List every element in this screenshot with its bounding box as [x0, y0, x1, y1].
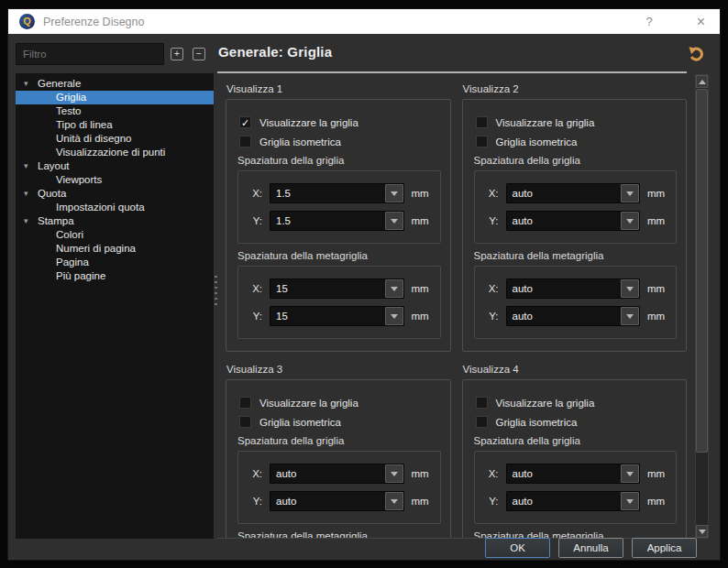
- sidebar-item-pi-pagine[interactable]: Più pagine: [16, 269, 214, 283]
- sidebar-item-numeri-di-pagina[interactable]: Numeri di pagina: [16, 242, 214, 256]
- checkbox-icon[interactable]: [239, 136, 251, 147]
- help-button[interactable]: ?: [645, 15, 652, 28]
- visualizza-panel: Visualizza 2 Visualizzare la griglia Gri…: [462, 83, 688, 352]
- grid-y-row: Y: auto mm: [483, 491, 668, 511]
- meta-y-combo[interactable]: 15: [270, 306, 404, 326]
- sidebar-item-impostazioni-quota[interactable]: Impostazioni quota: [16, 201, 214, 214]
- sidebar-item-unit-di-disegno[interactable]: Unità di disegno: [16, 132, 214, 146]
- grid-x-combo[interactable]: 1.5: [270, 183, 404, 203]
- isometric-checkbox-row[interactable]: Griglia isometrica: [239, 416, 441, 428]
- unit-label: mm: [647, 468, 667, 479]
- grid-y-combo[interactable]: auto: [270, 491, 404, 511]
- grid-spacing-label: Spaziatura della griglia: [237, 155, 441, 166]
- dropdown-arrow-icon[interactable]: [385, 307, 403, 325]
- grid-y-combo[interactable]: auto: [506, 211, 641, 231]
- scrollbar-up-icon[interactable]: [696, 75, 708, 88]
- sidebar-item-generale[interactable]: ▾ Generale: [16, 77, 214, 91]
- sidebar-item-colori[interactable]: Colori: [16, 228, 214, 242]
- sidebar-item-viewports[interactable]: Viewports: [16, 173, 214, 187]
- grid-x-combo[interactable]: auto: [506, 464, 641, 484]
- dropdown-arrow-icon[interactable]: [385, 464, 403, 483]
- checkbox-icon[interactable]: ✓: [239, 116, 251, 128]
- checkbox-icon[interactable]: [239, 416, 251, 428]
- expand-all-icon[interactable]: +: [171, 48, 183, 60]
- meta-x-combo[interactable]: auto: [506, 279, 641, 299]
- sidebar-item-griglia[interactable]: Griglia: [16, 91, 214, 104]
- sidebar-item-label: Colori: [56, 228, 83, 242]
- checkbox-icon[interactable]: [476, 116, 488, 128]
- dropdown-arrow-icon[interactable]: [385, 184, 403, 202]
- cancel-button[interactable]: Annulla: [558, 538, 623, 558]
- sidebar-item-tipo-di-linea[interactable]: Tipo di linea: [16, 118, 214, 132]
- sidebar-item-pagina[interactable]: Pagina: [16, 256, 214, 269]
- y-axis-label: Y:: [483, 215, 499, 226]
- x-axis-label: X:: [247, 283, 262, 294]
- meta-spacing-label: Spaziatura della metagriglia: [237, 250, 441, 261]
- checkbox-icon[interactable]: [476, 397, 488, 409]
- preferences-dialog: Q Preferenze Disegno ? × + − Generale: G…: [7, 8, 721, 561]
- x-axis-label: X:: [247, 188, 262, 199]
- ok-button[interactable]: OK: [485, 538, 550, 558]
- dropdown-arrow-icon[interactable]: [621, 307, 639, 325]
- unit-label: mm: [412, 188, 432, 199]
- grid-y-row: Y: auto mm: [247, 491, 432, 511]
- sidebar-item-label: Viewports: [56, 173, 102, 187]
- tree-expand-arrow-icon[interactable]: ▾: [24, 159, 38, 173]
- sidebar-item-testo[interactable]: Testo: [16, 104, 214, 118]
- scrollbar-down-icon[interactable]: [696, 525, 708, 538]
- tree-expand-arrow-icon[interactable]: ▾: [24, 187, 38, 201]
- filter-input[interactable]: [16, 43, 164, 65]
- grid-y-combo[interactable]: auto: [506, 491, 641, 511]
- tree-expand-arrow-icon[interactable]: ▾: [24, 214, 38, 228]
- grid-x-combo[interactable]: auto: [270, 464, 404, 484]
- grid-x-row: X: auto mm: [483, 464, 668, 484]
- tree-expand-arrow-icon[interactable]: ▾: [24, 77, 38, 91]
- dropdown-arrow-icon[interactable]: [385, 492, 403, 510]
- combo-value: auto: [507, 184, 622, 202]
- grid-x-combo[interactable]: auto: [506, 183, 641, 203]
- scrollbar-thumb[interactable]: [696, 89, 708, 453]
- dropdown-arrow-icon[interactable]: [385, 279, 403, 298]
- isometric-checkbox-row[interactable]: Griglia isometrica: [239, 136, 441, 147]
- sidebar-item-stampa[interactable]: ▾ Stampa: [16, 214, 214, 228]
- dropdown-arrow-icon[interactable]: [621, 464, 639, 483]
- isometric-checkbox-row[interactable]: Griglia isometrica: [476, 136, 678, 147]
- meta-y-combo[interactable]: auto: [506, 306, 641, 326]
- grid-y-combo[interactable]: 1.5: [270, 211, 404, 231]
- combo-value: auto: [507, 464, 622, 483]
- checkbox-icon[interactable]: [239, 397, 251, 409]
- y-axis-label: Y:: [483, 496, 499, 507]
- close-icon[interactable]: ×: [697, 14, 705, 30]
- checkbox-icon[interactable]: [476, 136, 488, 147]
- panel-title: Visualizza 2: [463, 83, 688, 94]
- sidebar-item-label: Più pagine: [56, 269, 105, 283]
- dropdown-arrow-icon[interactable]: [621, 184, 639, 202]
- y-axis-label: Y:: [247, 215, 262, 226]
- meta-x-combo[interactable]: 15: [270, 279, 404, 299]
- dropdown-arrow-icon[interactable]: [385, 212, 403, 230]
- sidebar-item-label: Pagina: [56, 256, 89, 269]
- sidebar-item-label: Numeri di pagina: [56, 242, 136, 256]
- show-grid-checkbox-row[interactable]: Visualizzare la griglia: [476, 116, 678, 128]
- sidebar-item-layout[interactable]: ▾ Layout: [16, 159, 214, 173]
- show-grid-label: Visualizzare la griglia: [259, 398, 358, 409]
- sidebar-item-quota[interactable]: ▾ Quota: [16, 187, 214, 201]
- show-grid-checkbox-row[interactable]: ✓ Visualizzare la griglia: [239, 116, 441, 128]
- show-grid-checkbox-row[interactable]: Visualizzare la griglia: [476, 397, 678, 409]
- apply-button[interactable]: Applica: [632, 538, 697, 558]
- dropdown-arrow-icon[interactable]: [621, 279, 639, 298]
- checkbox-icon[interactable]: [476, 416, 488, 428]
- x-axis-label: X:: [483, 283, 499, 294]
- settings-scroll-area: Visualizza 1 ✓ Visualizzare la griglia G…: [217, 74, 694, 539]
- isometric-checkbox-row[interactable]: Griglia isometrica: [476, 416, 678, 428]
- grid-spacing-label: Spaziatura della griglia: [474, 435, 678, 446]
- sidebar-item-visualizzazione-di-punti[interactable]: Visualizzazione di punti: [16, 146, 214, 159]
- titlebar[interactable]: Q Preferenze Disegno ? ×: [8, 9, 720, 34]
- vertical-scrollbar[interactable]: [695, 74, 709, 539]
- dropdown-arrow-icon[interactable]: [621, 212, 639, 230]
- show-grid-checkbox-row[interactable]: Visualizzare la griglia: [239, 397, 441, 409]
- category-tree: ▾ Generale Griglia Testo Tipo di linea U…: [16, 73, 214, 539]
- collapse-all-icon[interactable]: −: [193, 48, 205, 60]
- dropdown-arrow-icon[interactable]: [621, 492, 639, 510]
- reset-icon[interactable]: [689, 47, 705, 61]
